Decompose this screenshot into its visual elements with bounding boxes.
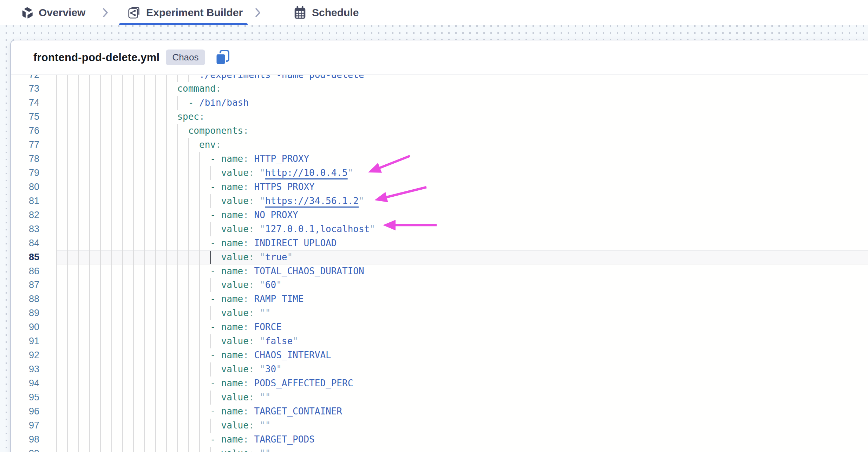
yaml-editor-panel: frontend-pod-delete.yml Chaos 72 ./exper… bbox=[10, 40, 868, 452]
yaml-colon: : bbox=[249, 280, 254, 290]
yaml-colon: : bbox=[243, 238, 249, 248]
dotted-background: frontend-pod-delete.yml Chaos 72 ./exper… bbox=[0, 25, 868, 452]
yaml-colon: : bbox=[243, 378, 249, 388]
yaml-colon: : bbox=[249, 364, 254, 374]
yaml-value: HTTPS_PROXY bbox=[254, 182, 315, 192]
nav-item-overview[interactable]: Overview bbox=[21, 0, 85, 25]
quote-mark: " bbox=[370, 224, 375, 234]
yaml-key: name bbox=[221, 182, 243, 192]
code-line-81[interactable]: 81 value: "https://34.56.1.2" bbox=[11, 194, 868, 208]
yaml-link[interactable]: https://34.56.1.2 bbox=[265, 196, 359, 206]
experiment-builder-icon bbox=[127, 5, 141, 20]
line-number: 91 bbox=[11, 334, 39, 348]
yaml-key: name bbox=[221, 434, 243, 445]
line-number: 98 bbox=[11, 433, 39, 447]
yaml-code-editor[interactable]: 72 ./experiments -name pod-delete73 comm… bbox=[11, 75, 868, 452]
line-number: 79 bbox=[11, 166, 39, 180]
code-line-79[interactable]: 79 value: "http://10.0.4.5" bbox=[11, 166, 868, 180]
yaml-key: name bbox=[221, 238, 243, 248]
code-line-84[interactable]: 84 - name: INDIRECT_UPLOAD bbox=[11, 236, 868, 250]
yaml-value: TOTAL_CHAOS_DURATION bbox=[254, 266, 364, 276]
yaml-dash: - bbox=[210, 322, 221, 332]
code-line-94[interactable]: 94 - name: PODS_AFFECTED_PERC bbox=[11, 376, 868, 391]
yaml-colon: : bbox=[243, 294, 249, 304]
yaml-colon: : bbox=[216, 139, 221, 150]
code-line-75[interactable]: 75 spec: bbox=[11, 110, 868, 124]
yaml-key: value bbox=[221, 280, 249, 290]
quote-mark: " bbox=[265, 448, 271, 452]
chaos-logo-icon bbox=[21, 6, 34, 19]
nav-item-experiment-builder[interactable]: Experiment Builder bbox=[127, 0, 243, 25]
code-line-90[interactable]: 90 - name: FORCE bbox=[11, 320, 868, 334]
quote-mark: " bbox=[260, 308, 265, 318]
yaml-key: value bbox=[221, 224, 249, 234]
copy-button[interactable] bbox=[215, 50, 230, 66]
code-line-85[interactable]: 85 value: "true" bbox=[11, 250, 868, 264]
yaml-colon: : bbox=[199, 111, 205, 122]
yaml-key: env bbox=[199, 139, 216, 150]
code-line-87[interactable]: 87 value: "60" bbox=[11, 278, 868, 292]
panel-header: frontend-pod-delete.yml Chaos bbox=[11, 40, 868, 75]
quote-mark: " bbox=[348, 168, 353, 178]
yaml-colon: : bbox=[243, 322, 249, 332]
line-number: 81 bbox=[11, 194, 39, 208]
line-number: 76 bbox=[11, 124, 39, 138]
yaml-dash: - bbox=[210, 378, 221, 388]
line-number: 87 bbox=[11, 278, 39, 292]
yaml-link[interactable]: http://10.0.4.5 bbox=[265, 168, 348, 178]
yaml-key: name bbox=[221, 266, 243, 276]
line-number: 85 bbox=[11, 250, 39, 264]
code-line-99[interactable]: 99 value: "" bbox=[11, 447, 868, 452]
copy-icon bbox=[215, 61, 230, 67]
chevron-right-icon bbox=[103, 8, 108, 19]
yaml-value: /bin/bash bbox=[199, 97, 249, 108]
chaos-badge: Chaos bbox=[166, 50, 205, 65]
code-line-73[interactable]: 73 command: bbox=[11, 82, 868, 96]
yaml-colon: : bbox=[249, 168, 254, 178]
yaml-colon: : bbox=[243, 350, 249, 360]
yaml-colon: : bbox=[243, 153, 249, 164]
code-line-78[interactable]: 78 - name: HTTP_PROXY bbox=[11, 152, 868, 166]
code-line-76[interactable]: 76 components: bbox=[11, 124, 868, 138]
yaml-key: value bbox=[221, 196, 249, 206]
yaml-dash: - bbox=[188, 97, 199, 108]
yaml-colon: : bbox=[249, 392, 254, 402]
quote-mark: " bbox=[265, 308, 271, 318]
line-number: 82 bbox=[11, 208, 39, 222]
quote-mark: " bbox=[287, 252, 293, 262]
yaml-string: 30 bbox=[265, 364, 276, 374]
line-number: 88 bbox=[11, 292, 39, 306]
code-line-86[interactable]: 86 - name: TOTAL_CHAOS_DURATION bbox=[11, 264, 868, 279]
yaml-key: value bbox=[221, 364, 249, 374]
line-number: 73 bbox=[11, 82, 39, 96]
code-line-88[interactable]: 88 - name: RAMP_TIME bbox=[11, 292, 868, 306]
code-line-95[interactable]: 95 value: "" bbox=[11, 391, 868, 405]
code-line-80[interactable]: 80 - name: HTTPS_PROXY bbox=[11, 180, 868, 194]
line-number: 74 bbox=[11, 96, 39, 110]
yaml-value: TARGET_CONTAINER bbox=[254, 406, 342, 417]
file-name: frontend-pod-delete.yml bbox=[33, 51, 159, 64]
code-line-98[interactable]: 98 - name: TARGET_PODS bbox=[11, 433, 868, 447]
chevron-right-icon bbox=[255, 8, 261, 19]
code-line-82[interactable]: 82 - name: NO_PROXY bbox=[11, 208, 868, 222]
code-line-72[interactable]: 72 ./experiments -name pod-delete bbox=[11, 75, 868, 82]
quote-mark: " bbox=[260, 392, 265, 402]
code-line-97[interactable]: 97 value: "" bbox=[11, 419, 868, 433]
yaml-colon: : bbox=[243, 125, 249, 136]
code-line-93[interactable]: 93 value: "30" bbox=[11, 362, 868, 376]
code-line-96[interactable]: 96 - name: TARGET_CONTAINER bbox=[11, 405, 868, 419]
nav-item-label: Schedule bbox=[312, 7, 359, 19]
code-line-92[interactable]: 92 - name: CHAOS_INTERVAL bbox=[11, 348, 868, 362]
yaml-value: NO_PROXY bbox=[254, 210, 298, 220]
code-line-83[interactable]: 83 value: "127.0.0.1,localhost" bbox=[11, 222, 868, 236]
code-line-77[interactable]: 77 env: bbox=[11, 138, 868, 152]
nav-item-schedule[interactable]: Schedule bbox=[293, 0, 359, 25]
quote-mark: " bbox=[260, 336, 265, 346]
code-line-89[interactable]: 89 value: "" bbox=[11, 306, 868, 320]
line-number: 99 bbox=[11, 447, 39, 452]
code-line-74[interactable]: 74 - /bin/bash bbox=[11, 96, 868, 110]
code-line-91[interactable]: 91 value: "false" bbox=[11, 334, 868, 348]
yaml-key: name bbox=[221, 406, 243, 417]
yaml-colon: : bbox=[243, 182, 249, 192]
line-number: 89 bbox=[11, 306, 39, 320]
